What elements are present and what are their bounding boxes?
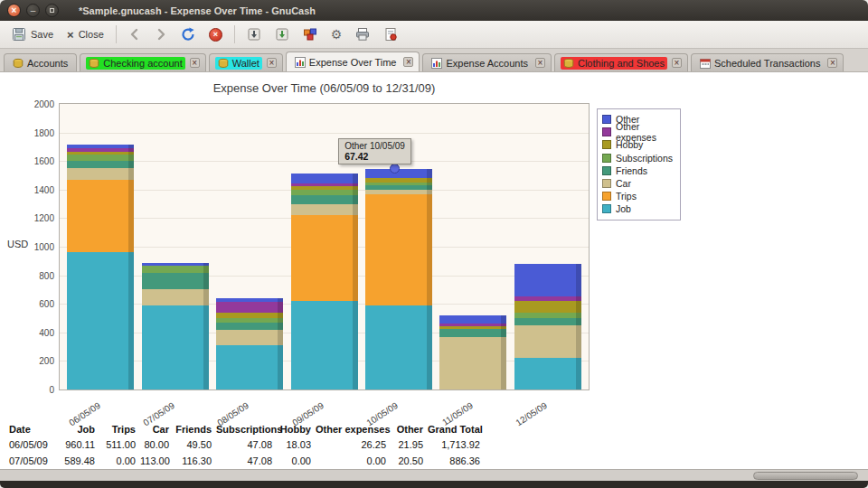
- segment-trips[interactable]: [67, 180, 134, 253]
- segment-other-expenses[interactable]: [291, 183, 358, 186]
- export-pdf-icon: [383, 27, 398, 42]
- segment-other-expenses[interactable]: [439, 324, 506, 326]
- segment-job[interactable]: [216, 345, 283, 389]
- segment-subscriptions[interactable]: [365, 183, 432, 185]
- segment-friends[interactable]: [142, 273, 209, 289]
- segment-hobby[interactable]: [514, 301, 581, 313]
- segment-job[interactable]: [365, 305, 432, 389]
- save-button[interactable]: Save: [5, 23, 60, 46]
- segment-hobby[interactable]: [291, 186, 358, 190]
- tab-close-icon[interactable]: ×: [672, 58, 682, 68]
- segment-other[interactable]: [291, 174, 358, 183]
- tab-expense-accounts[interactable]: Expense Accounts×: [422, 53, 552, 71]
- segment-hobby[interactable]: [216, 313, 283, 318]
- tab-close-icon[interactable]: ×: [535, 58, 545, 68]
- reload-button[interactable]: [175, 23, 202, 46]
- legend-swatch: [602, 154, 611, 163]
- segment-friends[interactable]: [439, 329, 506, 337]
- segment-friends[interactable]: [216, 323, 283, 330]
- forward-button[interactable]: [148, 23, 174, 46]
- segment-other-expenses[interactable]: [216, 302, 283, 314]
- chart-legend: OtherOther expensesHobbySubscriptionsFri…: [597, 108, 681, 221]
- tab-accounts[interactable]: Accounts: [4, 53, 77, 71]
- segment-job[interactable]: [142, 305, 209, 389]
- y-tick-label: 2000: [16, 99, 54, 109]
- segment-subscriptions[interactable]: [514, 313, 581, 318]
- tab-clothing-and-shoes[interactable]: Clothing and Shoes×: [554, 53, 688, 71]
- segment-car[interactable]: [514, 325, 581, 358]
- tab-wallet[interactable]: Wallet×: [209, 53, 283, 71]
- export-button[interactable]: [241, 23, 268, 46]
- segment-job[interactable]: [291, 301, 358, 389]
- segment-other[interactable]: [514, 264, 581, 296]
- chart-tooltip: Other 10/05/09 67.42: [338, 138, 411, 164]
- segment-car[interactable]: [365, 190, 432, 194]
- stop-button[interactable]: ×: [203, 23, 229, 46]
- options-button[interactable]: ⚙: [325, 23, 349, 46]
- tab-checking-account[interactable]: Checking account×: [80, 53, 205, 71]
- segment-subscriptions[interactable]: [142, 266, 209, 272]
- segment-friends[interactable]: [291, 195, 358, 203]
- segment-car[interactable]: [216, 330, 283, 345]
- table-header-cell: Friends: [174, 424, 212, 435]
- segment-trips[interactable]: [365, 194, 432, 305]
- segment-other[interactable]: [142, 263, 209, 266]
- segment-other-expenses[interactable]: [67, 148, 134, 152]
- segment-subscriptions[interactable]: [291, 190, 358, 195]
- segment-friends[interactable]: [365, 185, 432, 190]
- tab-label: Checking account: [103, 58, 182, 69]
- tab-highlight: Accounts: [10, 57, 71, 70]
- export-pdf-button[interactable]: [377, 23, 404, 46]
- app-window: × – *Sample.gnucash - Expense Over Time …: [0, 0, 868, 488]
- segment-car[interactable]: [439, 337, 506, 389]
- segment-subscriptions[interactable]: [67, 155, 134, 161]
- table-header-cell: Job: [57, 424, 95, 435]
- forward-icon: [155, 28, 167, 41]
- report-view: Expense Over Time (06/05/09 to 12/31/09)…: [0, 72, 868, 469]
- report-options-button[interactable]: [297, 23, 324, 46]
- legend-item-trips: Trips: [602, 190, 675, 202]
- legend-swatch: [602, 140, 611, 149]
- horizontal-scrollbar[interactable]: [0, 469, 868, 481]
- tab-close-icon[interactable]: ×: [827, 58, 837, 68]
- segment-subscriptions[interactable]: [216, 318, 283, 323]
- segment-job[interactable]: [67, 252, 134, 389]
- window-maximize-button[interactable]: [45, 4, 59, 17]
- tab-scheduled-transactions[interactable]: Scheduled Transactions×: [691, 53, 844, 71]
- segment-other[interactable]: [67, 145, 134, 147]
- segment-other[interactable]: [216, 298, 283, 302]
- segment-hobby[interactable]: [67, 152, 134, 155]
- segment-other[interactable]: [439, 315, 506, 324]
- segment-car[interactable]: [142, 289, 209, 305]
- tab-close-icon[interactable]: ×: [267, 58, 277, 68]
- segment-hobby[interactable]: [439, 326, 506, 329]
- print-button[interactable]: [349, 23, 376, 46]
- close-report-button[interactable]: × Close: [61, 23, 110, 46]
- stop-icon: ×: [209, 28, 222, 42]
- tab-close-icon[interactable]: ×: [403, 57, 413, 67]
- segment-car[interactable]: [67, 168, 134, 180]
- segment-other-expenses[interactable]: [514, 296, 581, 301]
- tab-expense-over-time[interactable]: Expense Over Time×: [286, 52, 420, 71]
- tab-highlight: Expense Over Time: [292, 56, 400, 69]
- segment-job[interactable]: [514, 358, 581, 389]
- legend-item-other-expenses: Other expenses: [602, 126, 675, 138]
- tab-highlight: Wallet: [215, 57, 262, 70]
- back-button[interactable]: [122, 23, 147, 46]
- segment-car[interactable]: [291, 204, 358, 216]
- tab-highlight: Scheduled Transactions: [697, 57, 823, 70]
- segment-friends[interactable]: [67, 161, 134, 168]
- segment-trips[interactable]: [291, 215, 358, 301]
- segment-hobby[interactable]: [365, 178, 432, 183]
- account-icon: [218, 58, 229, 69]
- tab-close-icon[interactable]: ×: [190, 58, 200, 68]
- segment-friends[interactable]: [514, 318, 581, 325]
- tab-label: Expense Over Time: [309, 57, 397, 68]
- window-close-button[interactable]: ×: [7, 4, 21, 17]
- save-report-button[interactable]: [269, 23, 296, 46]
- table-header-cell: Other: [391, 424, 423, 435]
- scrollbar-thumb[interactable]: [753, 472, 858, 480]
- table-row: 07/05/09589.480.00113.00116.3047.080.000…: [9, 453, 480, 469]
- account-icon: [563, 58, 574, 69]
- window-minimize-button[interactable]: –: [26, 4, 40, 17]
